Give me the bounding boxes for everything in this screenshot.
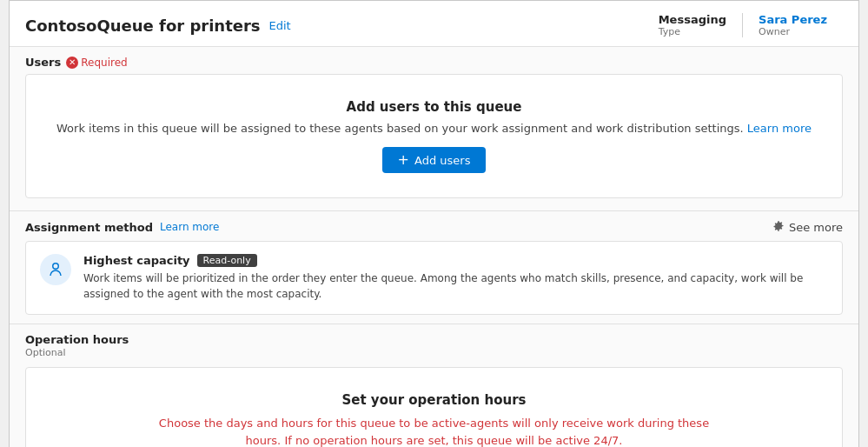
edit-link[interactable]: Edit bbox=[269, 19, 291, 32]
main-window: ContosoQueue for printers Edit Messaging… bbox=[9, 0, 859, 447]
header-type-meta: Messaging Type bbox=[643, 13, 743, 37]
see-more-label: See more bbox=[789, 221, 843, 234]
operation-section-label: Operation hours bbox=[25, 333, 129, 346]
users-learn-more-link[interactable]: Learn more bbox=[747, 122, 812, 135]
assignment-method-icon bbox=[40, 254, 71, 285]
add-users-plus-icon: + bbox=[398, 153, 409, 167]
add-users-btn-label: Add users bbox=[414, 154, 470, 167]
operation-hours-card: Set your operation hours Choose the days… bbox=[25, 367, 843, 447]
header-type-label: Type bbox=[659, 26, 680, 37]
assignment-header-left: Assignment method Learn more bbox=[25, 221, 219, 234]
operation-card-title: Set your operation hours bbox=[342, 392, 527, 408]
assignment-section: Assignment method Learn more See more bbox=[10, 211, 858, 324]
header-left: ContosoQueue for printers Edit bbox=[25, 17, 291, 35]
assignment-method-title: Highest capacity bbox=[83, 254, 190, 267]
assignment-learn-more-link[interactable]: Learn more bbox=[160, 221, 219, 233]
add-users-card-desc: Work items in this queue will be assigne… bbox=[56, 122, 812, 135]
operation-section-header: Operation hours Optional bbox=[25, 324, 843, 362]
operation-card-desc: Choose the days and hours for this queue… bbox=[159, 415, 709, 447]
header-owner-value[interactable]: Sara Perez bbox=[759, 13, 827, 26]
capacity-icon bbox=[47, 261, 64, 278]
assignment-method-desc: Work items will be prioritized in the or… bbox=[83, 270, 828, 302]
add-users-card: Add users to this queue Work items in th… bbox=[25, 74, 843, 198]
header-owner-label: Owner bbox=[759, 26, 790, 37]
header-type-value: Messaging bbox=[659, 13, 726, 26]
assignment-title-row: Highest capacity Read-only bbox=[83, 254, 828, 267]
add-users-card-title: Add users to this queue bbox=[347, 99, 522, 115]
assignment-section-label: Assignment method bbox=[25, 221, 153, 234]
header-right: Messaging Type Sara Perez Owner bbox=[643, 13, 843, 37]
svg-point-1 bbox=[54, 264, 58, 269]
header-owner-meta: Sara Perez Owner bbox=[743, 13, 843, 37]
users-section-label: Users bbox=[25, 56, 61, 69]
operation-desc-highlighted: this queue will be active 24/7. bbox=[453, 434, 623, 447]
operation-optional-label: Optional bbox=[25, 347, 843, 358]
assignment-section-header: Assignment method Learn more See more bbox=[25, 211, 843, 241]
operation-section: Operation hours Optional Set your operat… bbox=[10, 324, 858, 447]
required-badge: ✕ Required bbox=[66, 57, 127, 69]
page-title: ContosoQueue for printers bbox=[25, 17, 261, 35]
users-section: Users ✕ Required Add users to this queue… bbox=[10, 47, 858, 211]
add-users-desc-text: Work items in this queue will be assigne… bbox=[56, 122, 744, 135]
required-icon: ✕ bbox=[66, 57, 78, 69]
operation-desc-line2-before: hours. If no operation hours are set, bbox=[246, 434, 453, 447]
users-section-header: Users ✕ Required bbox=[25, 47, 843, 74]
operation-desc-line1: Choose the days and hours for this queue… bbox=[159, 417, 709, 430]
required-text: Required bbox=[81, 57, 127, 69]
assignment-method-card: Highest capacity Read-only Work items wi… bbox=[25, 241, 843, 315]
see-more-button[interactable]: See more bbox=[772, 220, 843, 234]
page-header: ContosoQueue for printers Edit Messaging… bbox=[10, 1, 858, 47]
add-users-button[interactable]: + Add users bbox=[382, 147, 487, 173]
readonly-badge: Read-only bbox=[197, 254, 257, 267]
assignment-info: Highest capacity Read-only Work items wi… bbox=[83, 254, 828, 302]
gear-icon bbox=[772, 220, 785, 234]
